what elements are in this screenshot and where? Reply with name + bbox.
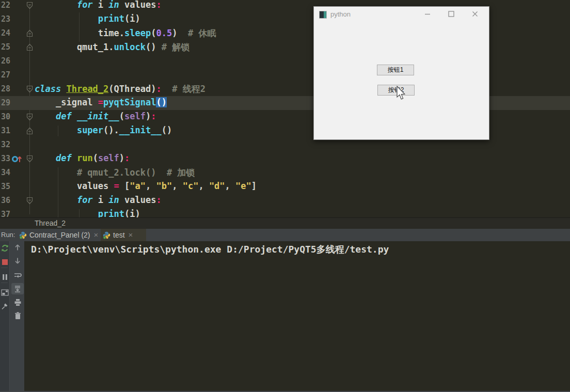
button-1[interactable]: 按钮1 [377,65,414,75]
line-number: 25 [1,42,10,52]
pause-button[interactable] [0,272,9,281]
code-line[interactable]: 33 def run(self): [0,152,570,166]
python-icon [19,231,27,239]
thread-tab-label[interactable]: Thread_2 [35,218,66,229]
close-button[interactable] [466,8,484,21]
fold-down-icon[interactable] [26,85,33,93]
console-output[interactable]: D:\Project\venv\Scripts\python.exe D:/Pr… [24,241,570,391]
close-icon[interactable]: × [129,231,133,239]
line-number: 37 [1,210,10,217]
code-text: print(i) [35,209,140,217]
close-icon [472,10,478,19]
minimize-button[interactable] [419,8,436,21]
code-line[interactable]: 32 [0,138,570,152]
fold-down-icon[interactable] [26,2,33,9]
run-tab-contract-panel-2-[interactable]: Contract_Panel (2)× [17,229,98,241]
code-text: _signal =pyqtSignal() [35,97,167,107]
close-icon[interactable]: × [94,231,99,239]
python-icon [103,231,110,239]
minimize-icon [424,10,431,19]
code-text: for i in values: [35,0,162,10]
line-number: 29 [1,98,10,107]
line-number: 27 [1,70,10,80]
line-number: 22 [1,1,10,10]
fold-up-icon[interactable] [26,29,33,37]
maximize-button[interactable] [442,8,460,21]
code-line[interactable]: 34 # qmut_2.lock() # 加锁 [0,166,570,180]
run-tab-test[interactable]: test× [101,229,146,241]
qt-window[interactable]: python 按钮1 按钮2 [313,6,489,140]
fold-down-icon[interactable] [26,113,33,121]
fold-up-icon[interactable] [26,43,33,51]
run-tab-label: test [113,231,125,239]
toolbar-separator [1,283,8,283]
scroll-to-end-button[interactable] [11,283,24,294]
code-line[interactable]: 35 values = ["a", "b", "c", "d", "e"] [0,180,570,194]
code-line[interactable]: 37 print(i) [0,208,570,217]
line-number: 28 [1,84,10,93]
line-number: 23 [1,14,10,24]
mouse-cursor-icon [395,86,408,103]
restore-layout-button[interactable] [0,288,9,297]
print-button[interactable] [13,297,22,307]
code-line[interactable]: 36 for i in values: [0,194,570,208]
rerun-button[interactable] [0,243,9,253]
stop-button[interactable] [0,257,9,266]
line-number: 30 [1,112,10,121]
fold-up-icon[interactable] [26,127,33,135]
down-button[interactable] [13,256,22,265]
run-toolbar-console [9,241,24,391]
fold-down-icon[interactable] [26,155,33,163]
line-number: 24 [1,28,10,38]
thread-tab-bar: Thread_2 [0,217,570,229]
code-text: class Thread_2(QThread): # 线程2 [35,83,205,95]
code-text: # qmut_2.lock() # 加锁 [35,167,195,179]
code-text: print(i) [35,13,140,24]
code-text: super().__init__() [35,125,172,135]
code-text: def __init__(self): [35,111,156,121]
toolbar-separator [1,268,8,268]
line-number: 36 [1,196,10,205]
code-text: qmut_1.unlock() # 解锁 [35,41,189,53]
soft-wrap-button[interactable] [13,271,22,280]
run-toolbar-main [0,241,9,391]
code-text: for i in values: [35,195,162,205]
up-button[interactable] [13,242,22,252]
window-title: python [330,10,351,18]
pin-button[interactable] [0,302,9,311]
clear-button[interactable] [13,311,22,320]
run-tab-label: Contract_Panel (2) [29,231,90,239]
override-icon[interactable] [11,154,24,163]
code-text: values = ["a", "b", "c", "d", "e"] [35,181,257,191]
line-number: 35 [1,182,10,191]
app-icon [319,11,327,19]
ide-root: 22 for i in values:23 print(i)24 time.sl… [0,0,570,392]
code-text: time.sleep(0.5) # 休眠 [35,27,216,39]
line-number: 32 [1,140,10,149]
run-tab-strip: Run: Contract_Panel (2)×test× [0,229,570,241]
fold-down-icon[interactable] [26,197,33,205]
window-controls [419,8,484,21]
code-text: def run(self): [35,153,130,163]
line-number: 31 [1,126,10,135]
line-number: 34 [1,168,10,177]
qt-titlebar[interactable]: python [314,7,489,22]
line-number: 33 [1,154,10,163]
run-panel-title: Run: [1,229,15,241]
console-command-line: D:\Project\venv\Scripts\python.exe D:/Pr… [31,243,389,256]
maximize-icon [448,10,454,19]
line-number: 26 [1,56,10,66]
